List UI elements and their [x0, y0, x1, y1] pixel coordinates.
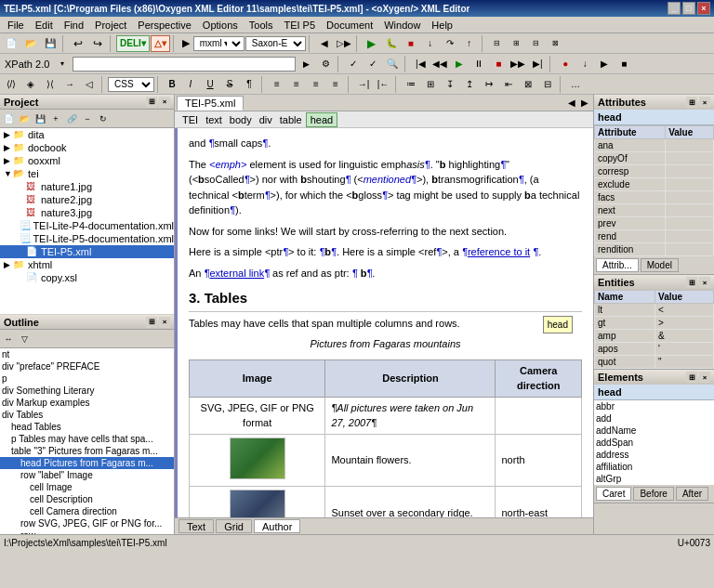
breadcrumb-text[interactable]: text [202, 113, 226, 126]
tree-item-ooxxml[interactable]: ▶ 📁 ooxxml [0, 154, 174, 167]
tab-tei-p5[interactable]: TEI-P5.xml [177, 96, 244, 111]
maximize-button[interactable]: □ [682, 2, 695, 15]
entity-quot[interactable]: quot" [595, 356, 714, 369]
ent-close-btn[interactable]: × [699, 277, 710, 288]
menu-perspective[interactable]: Perspective [132, 19, 196, 32]
stepover-button[interactable]: ↷ [441, 35, 459, 52]
attr-ana[interactable]: ana [595, 139, 714, 152]
elem-add[interactable]: add [594, 412, 714, 425]
menu-document[interactable]: Document [321, 19, 378, 32]
entity-lt[interactable]: lt< [595, 304, 714, 317]
media-end[interactable]: ▶| [528, 56, 547, 72]
align-center[interactable]: ≡ [287, 76, 306, 93]
table-btn[interactable]: ⊞ [421, 76, 440, 93]
outline-div-preface[interactable]: div "preface" PREFACE [0, 360, 174, 372]
css-select[interactable]: CSS [108, 77, 154, 92]
step-button[interactable]: ↓ [421, 35, 440, 52]
tree-item-nature2[interactable]: 🖼 nature2.jpg [0, 193, 174, 206]
menu-options[interactable]: Options [197, 19, 244, 32]
editor-content[interactable]: and ¶small caps¶. The <emph> element is … [175, 128, 593, 517]
format-btn2[interactable]: ◈ [21, 76, 40, 93]
caret-tab[interactable]: Caret [596, 487, 631, 501]
debug-button[interactable]: 🐛 [382, 35, 401, 52]
menu-file[interactable]: File [2, 19, 30, 32]
outline-cell-desc[interactable]: cell Description [0, 493, 174, 505]
rec-btn[interactable]: ● [556, 56, 575, 72]
check-btn[interactable]: ✓ [344, 56, 363, 72]
breadcrumb-head[interactable]: head [306, 112, 337, 127]
split4[interactable]: ⊠ [547, 35, 565, 52]
attr-exclude[interactable]: exclude [595, 178, 714, 191]
more-btn[interactable]: … [566, 76, 585, 93]
media-start[interactable]: |◀ [411, 56, 430, 72]
align-left[interactable]: ≡ [268, 76, 286, 93]
list-btn[interactable]: ≔ [402, 76, 420, 93]
outline-row-1[interactable]: row [0, 529, 174, 534]
mode-author[interactable]: Author [254, 519, 300, 533]
tree-item-xhtml[interactable]: ▶ 📁 xhtml [0, 258, 174, 271]
entity-amp[interactable]: amp& [595, 330, 714, 343]
minimize-button[interactable]: _ [668, 2, 681, 15]
redo-button[interactable]: ↪ [88, 35, 107, 52]
outline-table-fagaras[interactable]: table "3" Pictures from Fagaras m... [0, 445, 174, 457]
format-btn5[interactable]: ◁ [80, 76, 99, 93]
attr-settings-btn[interactable]: ⊞ [686, 97, 697, 108]
del-col-btn[interactable]: ⇤ [499, 76, 518, 93]
menu-window[interactable]: Window [378, 19, 426, 32]
undo-button[interactable]: ↩ [69, 35, 87, 52]
after-tab[interactable]: After [676, 487, 708, 501]
transform-button[interactable]: △▾ [151, 35, 170, 52]
proj-new[interactable]: 📄 [1, 111, 16, 126]
outdent-btn[interactable]: |← [374, 76, 392, 93]
outline-p-tables[interactable]: p Tables may have cells that spa... [0, 433, 174, 445]
caret-tab-attrib[interactable]: Attrib... [596, 258, 639, 272]
window-controls[interactable]: _ □ × [668, 2, 710, 15]
pilcrow-btn[interactable]: ¶ [240, 76, 258, 93]
ins-row-btn[interactable]: ↧ [441, 76, 459, 93]
menu-teip5[interactable]: TEI P5 [278, 19, 321, 32]
xpath-settings[interactable]: ⚙ [316, 56, 335, 72]
elem-addspan[interactable]: addSpan [594, 437, 714, 449]
attr-rendition[interactable]: rendition [595, 243, 714, 256]
outline-settings-btn[interactable]: ⊞ [146, 317, 157, 328]
outline-cell-camera[interactable]: cell Camera direction [0, 505, 174, 517]
ins-col-btn[interactable]: ↦ [480, 76, 498, 93]
attr-corresp[interactable]: corresp [595, 165, 714, 178]
align-right[interactable]: ≡ [307, 76, 325, 93]
tree-item-dita[interactable]: ▶ 📁 dita [0, 128, 174, 141]
caret-tab-model[interactable]: Model [641, 258, 679, 272]
project-settings-btn[interactable]: ⊞ [146, 97, 157, 108]
proj-refresh[interactable]: ↻ [96, 111, 111, 126]
format-btn4[interactable]: → [60, 76, 79, 93]
proj-rem[interactable]: − [80, 111, 95, 126]
breadcrumb-body[interactable]: body [226, 113, 256, 126]
elem-affiliation[interactable]: affiliation [594, 461, 714, 473]
elem-close-btn[interactable]: × [699, 372, 710, 383]
project-close-btn[interactable]: × [159, 97, 170, 108]
btn-left[interactable]: ◀ [315, 35, 334, 52]
proj-open[interactable]: 📂 [17, 111, 32, 126]
join-cells-btn[interactable]: ⊠ [519, 76, 537, 93]
stop-button[interactable]: ■ [402, 35, 420, 52]
outline-row-svg[interactable]: row SVG, JPEG, GIF or PNG for... [0, 517, 174, 529]
breadcrumb-div[interactable]: div [256, 113, 276, 126]
bold-btn[interactable]: B [164, 76, 180, 93]
ent-settings-btn[interactable]: ⊞ [686, 277, 697, 288]
outline-row-label[interactable]: row "label" Image [0, 469, 174, 481]
validate-button[interactable]: DELI▾ [116, 35, 150, 52]
saxon-select[interactable]: Saxon-EE [245, 36, 306, 51]
media-stop[interactable]: ■ [489, 56, 508, 72]
search-btn[interactable]: 🔍 [383, 56, 402, 72]
breadcrumb-tei[interactable]: TEI [178, 113, 202, 126]
tree-item-tei-lite-p5[interactable]: 📃 TEI-Lite-P5-documentation.xml [0, 232, 174, 245]
tab-nav-left[interactable]: ◀ [565, 95, 578, 111]
outline-div-markup[interactable]: div Markup examples [0, 397, 174, 409]
attr-facs[interactable]: facs [595, 191, 714, 204]
format-btn1[interactable]: ⟨/⟩ [2, 76, 20, 93]
elem-settings-btn[interactable]: ⊞ [686, 372, 697, 383]
del-row-btn[interactable]: ↥ [460, 76, 479, 93]
close-button[interactable]: × [697, 2, 710, 15]
media-next[interactable]: ▶▶ [509, 56, 527, 72]
split3[interactable]: ⊟ [527, 35, 546, 52]
align-justify[interactable]: ≡ [326, 76, 345, 93]
